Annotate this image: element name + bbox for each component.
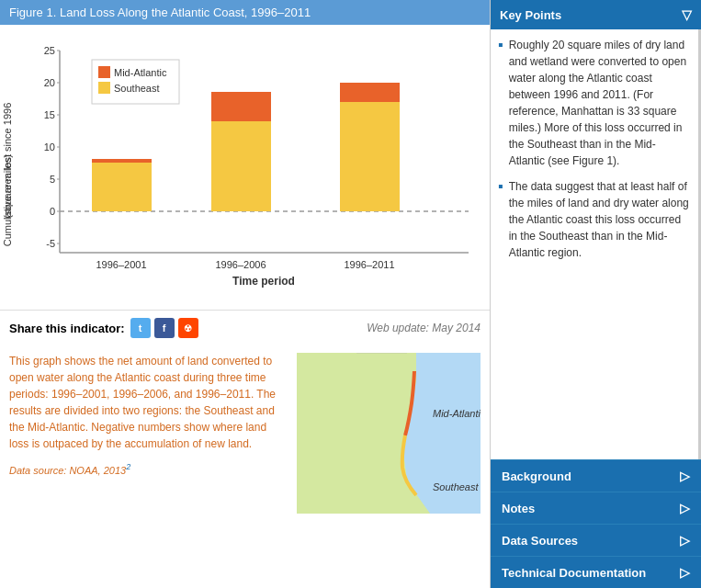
key-points-content[interactable]: ▪ Roughly 20 square miles of dry land an… <box>491 29 701 459</box>
map-southeast-label: Southeast <box>433 481 479 492</box>
accordion-data-sources[interactable]: Data Sources ▷ <box>491 524 701 556</box>
y-tick-0: 0 <box>50 206 55 217</box>
twitter-button[interactable]: t <box>130 318 151 338</box>
data-source-text: Data source: NOAA, 2013 <box>9 465 126 476</box>
legend-mid-atlantic-color <box>98 66 110 78</box>
bar-1996-2006-mid-atlantic <box>211 92 271 121</box>
chart-area: Cumulative area lost since 1996 (square … <box>0 25 490 310</box>
description-text: This graph shows the net amount of land … <box>9 353 288 581</box>
share-label: Share this indicator: <box>9 322 125 335</box>
atlantic-coast-map: Mid-Atlantic Southeast <box>297 353 481 514</box>
map-mid-atlantic-label: Mid-Atlantic <box>433 408 481 419</box>
description-area: This graph shows the net amount of land … <box>0 345 490 588</box>
bar-1996-2006-southeast <box>211 121 271 211</box>
map-area: Mid-Atlantic Southeast <box>297 353 481 581</box>
key-point-text-1: Roughly 20 square miles of dry land and … <box>509 37 691 169</box>
bar-1996-2001-mid-atlantic <box>92 159 152 163</box>
accordion-technical-documentation[interactable]: Technical Documentation ▷ <box>491 556 701 588</box>
accordion-technical-documentation-label: Technical Documentation <box>502 566 646 580</box>
accordion-data-sources-arrow: ▷ <box>680 533 690 548</box>
accordion-data-sources-label: Data Sources <box>502 534 578 548</box>
y-tick-20: 20 <box>44 77 55 88</box>
legend-southeast-label: Southeast <box>114 83 160 94</box>
bar-label-3: 1996–2011 <box>344 259 394 270</box>
left-panel: Figure 1. Land Loss Along the Atlantic C… <box>0 0 490 588</box>
x-axis-title: Time period <box>232 275 295 288</box>
share-bar: Share this indicator: t f ☢ Web update: … <box>0 310 490 345</box>
data-source: Data source: NOAA, 20132 <box>9 461 288 478</box>
key-point-1: ▪ Roughly 20 square miles of dry land an… <box>498 37 691 169</box>
figure-subtitle: Land Loss Along the Atlantic Coast, 1996… <box>60 6 311 19</box>
accordion-background[interactable]: Background ▷ <box>491 459 701 492</box>
key-points-header: Key Points ▽ <box>491 0 701 29</box>
bar-label-1: 1996–2001 <box>96 259 146 270</box>
web-update: Web update: May 2014 <box>367 322 481 334</box>
legend-southeast-color <box>98 82 110 94</box>
reddit-button[interactable]: ☢ <box>178 318 198 338</box>
right-panel: Key Points ▽ ▪ Roughly 20 square miles o… <box>490 0 701 588</box>
data-source-sup[interactable]: 2 <box>126 462 130 471</box>
bar-label-2: 1996–2006 <box>215 259 266 270</box>
bar-1996-2001-southeast <box>92 163 152 211</box>
chevron-down-icon[interactable]: ▽ <box>682 7 692 22</box>
accordion-notes[interactable]: Notes ▷ <box>491 492 701 524</box>
legend-mid-atlantic-label: Mid-Atlantic <box>114 67 167 78</box>
y-tick-5: 5 <box>50 174 55 185</box>
chart-svg: Cumulative area lost since 1996 (square … <box>0 32 478 308</box>
accordion-items: Background ▷ Notes ▷ Data Sources ▷ Tech… <box>491 459 701 588</box>
key-points-title: Key Points <box>500 8 561 22</box>
key-point-2: ▪ The data suggest that at least half of… <box>498 178 691 261</box>
facebook-button[interactable]: f <box>154 318 175 338</box>
description-paragraph: This graph shows the net amount of land … <box>9 353 288 452</box>
y-axis-label2: (square miles) <box>2 154 13 219</box>
bar-1996-2011-mid-atlantic <box>340 83 400 102</box>
y-tick-15: 15 <box>44 109 55 120</box>
key-point-bullet-1: ▪ <box>498 38 503 169</box>
accordion-background-label: Background <box>502 469 571 483</box>
accordion-background-arrow: ▷ <box>680 469 690 483</box>
accordion-notes-label: Notes <box>502 502 535 515</box>
y-tick-10: 10 <box>44 141 55 153</box>
main-container: Figure 1. Land Loss Along the Atlantic C… <box>0 0 701 588</box>
accordion-technical-documentation-arrow: ▷ <box>680 565 690 580</box>
accordion-notes-arrow: ▷ <box>680 501 690 515</box>
y-tick-25: 25 <box>44 45 55 56</box>
figure-title: Figure 1. <box>9 6 56 19</box>
figure-header: Figure 1. Land Loss Along the Atlantic C… <box>0 0 490 25</box>
y-tick-neg5: -5 <box>46 238 55 249</box>
key-point-text-2: The data suggest that at least half of t… <box>509 178 691 261</box>
bar-1996-2011-southeast <box>340 102 400 211</box>
key-point-bullet-2: ▪ <box>498 179 503 261</box>
